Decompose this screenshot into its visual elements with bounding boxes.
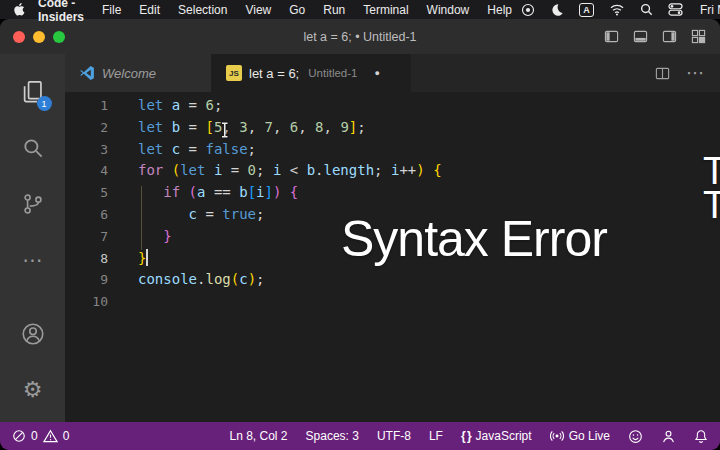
line-number[interactable]: 6 (65, 204, 108, 226)
ellipsis-icon: ⋯ (23, 250, 43, 270)
minimize-button[interactable] (33, 31, 45, 43)
warnings-icon (43, 429, 58, 443)
line-number[interactable]: 1 (65, 95, 108, 117)
zoom-button[interactable] (53, 31, 65, 43)
menu-item[interactable]: File (93, 3, 130, 17)
code-text: } (108, 226, 172, 248)
menu-item[interactable]: Selection (169, 3, 236, 17)
code-line[interactable]: 9console.log(c); (65, 269, 720, 291)
code-text: let b = [5, 3, 7, 6, 8, 9]; (108, 117, 366, 139)
go-live-button[interactable]: Go Live (550, 429, 610, 443)
notifications-button[interactable] (694, 429, 708, 444)
line-number[interactable]: 7 (65, 226, 108, 248)
source-control-tab[interactable] (9, 180, 57, 228)
settings-button[interactable]: ⚙ (9, 366, 57, 414)
text-caret (146, 249, 148, 266)
indent-guide (141, 186, 142, 250)
code-line[interactable]: 4for (let i = 0; i < b.length; i++) { (65, 160, 720, 182)
overlay-edge-text-bottom: T (703, 184, 720, 227)
input-source-icon[interactable]: A (579, 3, 594, 17)
layout-controls (604, 29, 706, 44)
code-lines: 1let a = 6;2let b = [5, 3, 7, 6, 8, 9];3… (65, 92, 720, 313)
smiley-icon (628, 429, 643, 444)
encoding[interactable]: UTF-8 (377, 429, 411, 443)
menu-item[interactable]: View (236, 3, 280, 17)
focus-moon-icon[interactable] (550, 3, 564, 17)
screen-record-icon[interactable] (521, 3, 535, 17)
line-number[interactable]: 4 (65, 160, 108, 182)
line-number[interactable]: 5 (65, 182, 108, 204)
code-text: c = true; (108, 204, 264, 226)
code-text: if (a == b[i]) { (108, 182, 298, 204)
wifi-icon[interactable] (609, 3, 625, 16)
code-line[interactable]: 10 (65, 291, 720, 313)
code-line[interactable]: 2let b = [5, 3, 7, 6, 8, 9]; (65, 117, 720, 139)
vscode-window: let a = 6; • Untitled-1 1 (0, 19, 720, 450)
more-actions-icon[interactable]: ⋯ (686, 62, 704, 84)
activity-bar: 1 ⋯ ⚙ (0, 54, 65, 422)
person-icon (661, 429, 676, 444)
menu-item[interactable]: Terminal (354, 3, 417, 17)
javascript-file-icon: JS (226, 65, 242, 81)
menu-item[interactable]: Run (314, 3, 354, 17)
code-text: console.log(c); (108, 269, 265, 291)
account-icon (20, 321, 46, 347)
indentation[interactable]: Spaces: 3 (306, 429, 359, 443)
cursor-position[interactable]: Ln 8, Col 2 (229, 429, 287, 443)
tab-bar: Welcome JS let a = 6; Untitled-1 ● ⋯ (65, 54, 720, 92)
tab-untitled-1[interactable]: JS let a = 6; Untitled-1 ● (212, 54, 411, 92)
window-controls (13, 31, 65, 43)
line-number[interactable]: 9 (65, 269, 108, 291)
source-control-icon (20, 191, 46, 217)
line-number[interactable]: 10 (65, 291, 108, 313)
accounts-button[interactable] (9, 310, 57, 358)
customize-layout-icon[interactable] (691, 29, 706, 44)
spotlight-search-icon[interactable] (640, 3, 653, 16)
code-line[interactable]: 5 if (a == b[i]) { (65, 182, 720, 204)
language-mode[interactable]: { } JavaScript (461, 429, 532, 443)
eol-sequence[interactable]: LF (429, 429, 443, 443)
code-editor[interactable]: 1let a = 6;2let b = [5, 3, 7, 6, 8, 9];3… (65, 92, 720, 422)
apple-icon[interactable] (12, 2, 25, 17)
menubar-clock[interactable]: Fri Mar 24 1:15 AM (700, 3, 720, 17)
explorer-tab[interactable]: 1 (9, 68, 57, 116)
editor-actions: ⋯ (655, 54, 704, 92)
line-number[interactable]: 3 (65, 139, 108, 161)
errors-icon (12, 429, 26, 443)
control-center-icon[interactable] (668, 3, 683, 16)
explorer-badge: 1 (37, 96, 52, 111)
menubar-app-name[interactable]: Code - Insiders (29, 0, 93, 24)
account-status-button[interactable] (661, 429, 676, 444)
tab-title: let a = 6; (249, 66, 299, 81)
search-tab[interactable] (9, 124, 57, 172)
split-editor-icon[interactable] (655, 66, 670, 81)
titlebar[interactable]: let a = 6; • Untitled-1 (0, 19, 720, 54)
menubar-items: FileEditSelectionViewGoRunTerminalWindow… (93, 3, 521, 17)
menubar: Code - Insiders FileEditSelectionViewGoR… (0, 0, 720, 19)
mouse-ibeam-cursor (220, 122, 230, 138)
toggle-sidebar-icon[interactable] (604, 29, 619, 44)
tab-description: Untitled-1 (308, 67, 357, 79)
code-line[interactable]: 1let a = 6; (65, 95, 720, 117)
menu-item[interactable]: Window (418, 3, 479, 17)
menu-item[interactable]: Go (280, 3, 314, 17)
broadcast-icon (550, 429, 564, 443)
toggle-panel-icon[interactable] (633, 29, 648, 44)
menu-item[interactable]: Edit (130, 3, 169, 17)
tab-welcome[interactable]: Welcome (65, 54, 212, 92)
braces-icon: { } (461, 429, 471, 443)
problems-indicator[interactable]: 0 0 (12, 429, 69, 443)
toggle-secondary-sidebar-icon[interactable] (662, 29, 677, 44)
menu-item[interactable]: Help (478, 3, 521, 17)
code-line[interactable]: 3let c = false; (65, 139, 720, 161)
vscode-logo-icon (79, 65, 95, 81)
line-number[interactable]: 8 (65, 248, 108, 270)
language-label: JavaScript (476, 429, 532, 443)
feedback-button[interactable] (628, 429, 643, 444)
dirty-indicator-dot[interactable]: ● (374, 68, 379, 78)
syntax-error-overlay: Syntax Error (341, 210, 607, 268)
line-number[interactable]: 2 (65, 117, 108, 139)
more-views-button[interactable]: ⋯ (9, 236, 57, 284)
gear-icon: ⚙ (23, 377, 43, 403)
close-button[interactable] (13, 31, 25, 43)
